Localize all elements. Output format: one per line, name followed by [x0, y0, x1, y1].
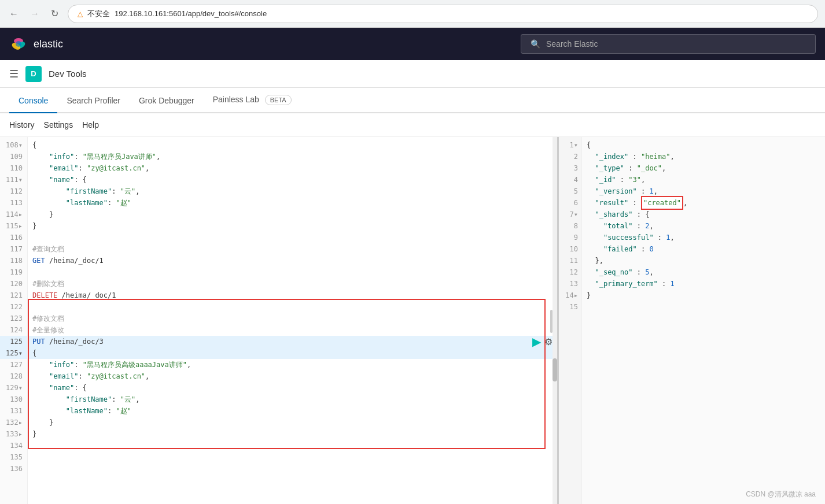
- output-line-num: 14▸: [559, 290, 581, 301]
- output-code-line: "_seq_no" : 5,: [582, 266, 825, 278]
- security-warning-icon: △: [78, 10, 83, 18]
- top-navigation: elastic 🔍 Search Elastic: [0, 28, 825, 60]
- run-button[interactable]: ▶: [532, 335, 541, 349]
- line-number: 121: [0, 290, 27, 301]
- output-line-num: 4: [559, 174, 581, 186]
- output-line-num: 9: [559, 232, 581, 243]
- hamburger-button[interactable]: ☰: [9, 68, 19, 80]
- user-avatar: D: [25, 66, 42, 82]
- wrench-button[interactable]: ⚙: [544, 336, 553, 347]
- code-line: #查询文档: [28, 243, 557, 255]
- history-button[interactable]: History: [9, 118, 35, 132]
- editor-scroll[interactable]: 108▾ 109 110 111▾ 112 113 114▸ 115▸ 116 …: [0, 137, 557, 504]
- tab-grok-debugger[interactable]: Grok Debugger: [130, 89, 204, 113]
- output-code-line: "_id" : "3",: [582, 174, 825, 186]
- forward-button[interactable]: →: [28, 6, 42, 21]
- resize-handle[interactable]: [550, 310, 553, 333]
- code-line: }: [28, 417, 557, 428]
- output-line-numbers: 1▾ 2 3 4 5 6 7▾ 8 9 10 11 12 13 14▸ 15: [559, 137, 582, 504]
- code-line: [28, 301, 557, 313]
- editor-code-area[interactable]: { "info": "黑马程序员Java讲师", "email": "zy@it…: [28, 137, 557, 504]
- line-number: 108▾: [0, 139, 27, 151]
- output-code-line: "successful" : 1,: [582, 232, 825, 243]
- code-line: "name": {: [28, 382, 557, 394]
- code-line: [28, 232, 557, 243]
- refresh-button[interactable]: ↻: [49, 6, 61, 21]
- output-code-line: "_index" : "heima",: [582, 151, 825, 162]
- elastic-logo[interactable]: elastic: [9, 35, 63, 53]
- line-number: 135: [0, 451, 27, 463]
- code-line: [28, 266, 557, 278]
- editor-scrollbar-thumb[interactable]: [553, 358, 557, 381]
- line-number: 116: [0, 232, 27, 243]
- output-line-num: 10: [559, 243, 581, 255]
- code-line: "firstName": "云",: [28, 394, 557, 405]
- line-number: 125▾: [0, 347, 27, 359]
- output-line-num: 5: [559, 186, 581, 197]
- output-code-line: "_shards" : {: [582, 209, 825, 220]
- output-code-line: "_version" : 1,: [582, 186, 825, 197]
- line-number: 133▸: [0, 428, 27, 440]
- output-line-num: 8: [559, 220, 581, 232]
- line-number: 118: [0, 255, 27, 266]
- output-line-num: 3: [559, 162, 581, 174]
- code-line-active[interactable]: PUT /heima/_doc/3 ▶ ⚙: [28, 336, 557, 347]
- code-line: DELETE /heima/_doc/1: [28, 290, 557, 301]
- line-number: 112: [0, 186, 27, 197]
- line-number: 123: [0, 313, 27, 324]
- line-number: 113: [0, 197, 27, 209]
- code-line: [28, 463, 557, 475]
- tab-painless-lab[interactable]: Painless Lab BETA: [204, 88, 301, 113]
- code-line: "name": {: [28, 174, 557, 186]
- app-title: Dev Tools: [49, 69, 87, 79]
- line-number: 128: [0, 370, 27, 382]
- line-number: 119: [0, 266, 27, 278]
- line-number: 122: [0, 301, 27, 313]
- search-bar[interactable]: 🔍 Search Elastic: [521, 34, 816, 54]
- result-value: "created": [641, 196, 683, 210]
- code-line: "email": "zy@itcast.cn",: [28, 162, 557, 174]
- code-line: "email": "zy@itcast.cn",: [28, 370, 557, 382]
- beta-badge: BETA: [265, 95, 292, 105]
- watermark: CSDN @清风微凉 aaa: [746, 490, 816, 499]
- editor-line-numbers: 108▾ 109 110 111▾ 112 113 114▸ 115▸ 116 …: [0, 137, 28, 504]
- code-line: #修改文档: [28, 313, 557, 324]
- back-button[interactable]: ←: [7, 6, 21, 21]
- code-line: "info": "黑马程序员高级aaaaJava讲师",: [28, 359, 557, 370]
- output-line-num: 11: [559, 255, 581, 266]
- line-number: 109: [0, 151, 27, 162]
- line-number: 111▾: [0, 174, 27, 186]
- output-code-line: }: [582, 290, 825, 301]
- line-number: 115▸: [0, 220, 27, 232]
- tab-search-profiler[interactable]: Search Profiler: [57, 89, 130, 113]
- search-icon: 🔍: [531, 39, 540, 49]
- browser-chrome: ← → ↻ △ 不安全 192.168.10.161:5601/app/dev_…: [0, 0, 825, 28]
- editor-scrollbar-track[interactable]: [553, 137, 557, 504]
- help-button[interactable]: Help: [82, 118, 99, 132]
- line-number: 130: [0, 394, 27, 405]
- output-code-line: "total" : 2,: [582, 220, 825, 232]
- code-line: }: [28, 209, 557, 220]
- output-code-line: {: [582, 139, 825, 151]
- output-line-num: 13: [559, 278, 581, 290]
- line-number: 114▸: [0, 209, 27, 220]
- tab-console[interactable]: Console: [9, 89, 57, 113]
- url-text: 192.168.10.161:5601/app/dev_tools#/conso…: [115, 9, 267, 18]
- settings-button[interactable]: Settings: [44, 118, 73, 132]
- output-code-line: "_type" : "_doc",: [582, 162, 825, 174]
- code-line: }: [28, 428, 557, 440]
- code-line: }: [28, 220, 557, 232]
- url-warning-text: 不安全: [87, 9, 110, 19]
- code-line: [28, 451, 557, 463]
- line-number: 117: [0, 243, 27, 255]
- code-line: GET /heima/_doc/1: [28, 255, 557, 266]
- logo-text: elastic: [34, 38, 63, 50]
- code-line: #全量修改: [28, 324, 557, 336]
- output-panel: 1▾ 2 3 4 5 6 7▾ 8 9 10 11 12 13 14▸ 15 {…: [559, 137, 825, 504]
- line-number: 129▾: [0, 382, 27, 394]
- address-bar[interactable]: △ 不安全 192.168.10.161:5601/app/dev_tools#…: [68, 5, 818, 23]
- line-number: 134: [0, 440, 27, 451]
- output-line-num: 6: [559, 197, 581, 209]
- app-header: ☰ D Dev Tools: [0, 60, 825, 88]
- output-line-num: 12: [559, 266, 581, 278]
